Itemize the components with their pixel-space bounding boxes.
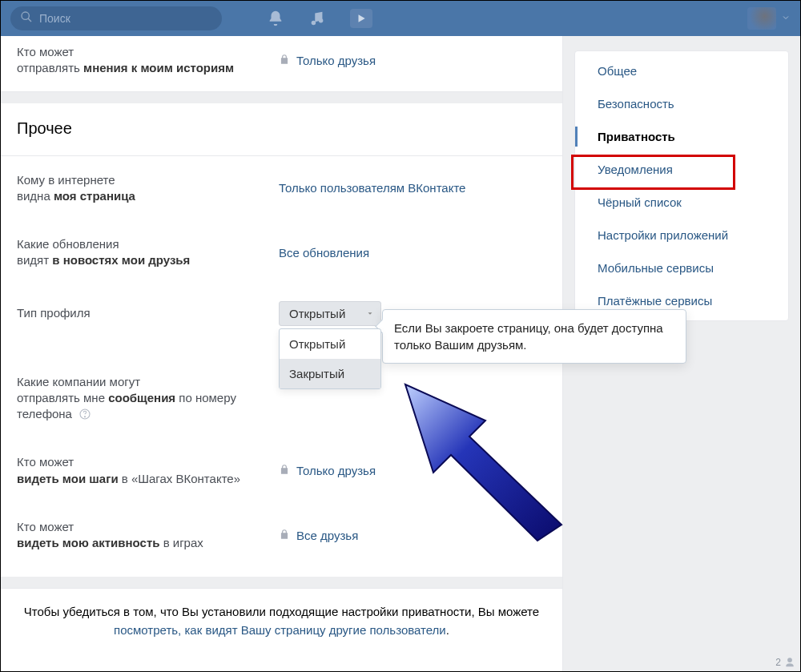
- search-icon: [20, 10, 33, 26]
- section-title-other: Прочее: [1, 103, 562, 156]
- stories-opinions-row: Кто может отправлять мнения к моим истор…: [1, 36, 562, 92]
- profile-type-option-closed[interactable]: Закрытый: [280, 359, 380, 388]
- privacy-preview-note: Чтобы убедиться в том, что Вы установили…: [1, 588, 562, 655]
- search-container[interactable]: [10, 6, 222, 30]
- news-updates-label: Какие обновления видят в новостях мои др…: [17, 236, 261, 269]
- company-messages-label: Какие компании могут отправлять мне сооб…: [17, 374, 261, 423]
- steps-label: Кто может видеть мои шаги в «Шагах ВКонт…: [17, 454, 261, 487]
- lock-icon: [279, 464, 290, 477]
- presence-count: 2: [775, 657, 795, 668]
- game-activity-row: Кто может видеть мою активность в играх …: [1, 503, 562, 571]
- svg-point-5: [85, 416, 86, 417]
- profile-type-dropdown-list: Открытый Закрытый: [279, 328, 381, 389]
- sidebar-item-general[interactable]: Общее: [575, 54, 788, 87]
- caret-down-icon: [366, 307, 374, 320]
- sidebar-item-security[interactable]: Безопасность: [575, 87, 788, 120]
- lock-icon: [279, 529, 290, 542]
- sidebar-item-app-settings[interactable]: Настройки приложений: [575, 219, 788, 251]
- play-icon[interactable]: [350, 9, 372, 28]
- game-activity-label: Кто может видеть мою активность в играх: [17, 519, 261, 552]
- page-visibility-row: Кому в интернете видна моя страница Толь…: [1, 156, 562, 221]
- game-activity-value[interactable]: Все друзья: [279, 529, 358, 542]
- steps-value[interactable]: Только друзья: [279, 464, 376, 477]
- news-updates-value[interactable]: Все обновления: [279, 246, 369, 260]
- sidebar-item-mobile[interactable]: Мобильные сервисы: [575, 251, 788, 284]
- music-icon[interactable]: [308, 10, 326, 27]
- svg-point-3: [319, 18, 324, 23]
- svg-point-2: [312, 21, 316, 26]
- help-icon[interactable]: [78, 408, 91, 421]
- settings-sidebar: Общее Безопасность Приватность Уведомлен…: [574, 50, 789, 321]
- page-visibility-label: Кому в интернете видна моя страница: [17, 172, 261, 205]
- profile-type-label: Тип профиля: [17, 305, 261, 321]
- sidebar-item-notifications[interactable]: Уведомления: [575, 153, 788, 186]
- profile-type-option-open[interactable]: Открытый: [280, 329, 380, 359]
- lock-icon: [279, 54, 290, 67]
- sidebar-item-blacklist[interactable]: Чёрный список: [575, 186, 788, 219]
- svg-point-0: [22, 12, 29, 19]
- news-updates-row: Какие обновления видят в новостях мои др…: [1, 220, 562, 285]
- chevron-down-icon: [781, 11, 791, 26]
- page-visibility-value[interactable]: Только пользователям ВКонтакте: [279, 181, 465, 195]
- stories-opinions-label: Кто может отправлять мнения к моим истор…: [17, 44, 261, 77]
- svg-line-1: [28, 18, 31, 22]
- preview-link[interactable]: посмотреть, как видят Вашу страницу друг…: [114, 623, 446, 637]
- profile-type-dropdown[interactable]: Открытый: [279, 301, 381, 326]
- profile-menu[interactable]: [747, 7, 791, 30]
- avatar: [747, 7, 776, 30]
- top-bar: [1, 1, 800, 36]
- search-input[interactable]: [39, 12, 212, 25]
- steps-row: Кто может видеть мои шаги в «Шагах ВКонт…: [1, 438, 562, 503]
- profile-type-tooltip: Если Вы закроете страницу, она будет дос…: [382, 309, 686, 364]
- top-icons: [267, 9, 372, 28]
- sidebar-item-privacy[interactable]: Приватность: [575, 120, 788, 153]
- bell-icon[interactable]: [267, 10, 284, 27]
- stories-opinions-value[interactable]: Только друзья: [279, 54, 376, 67]
